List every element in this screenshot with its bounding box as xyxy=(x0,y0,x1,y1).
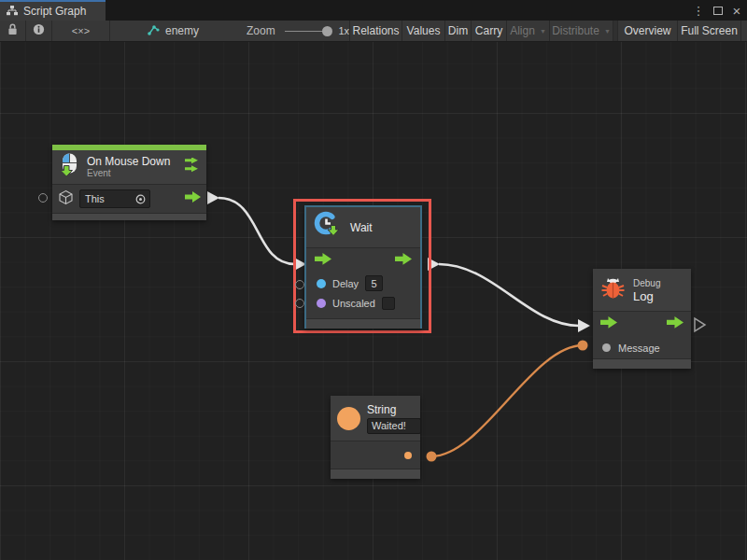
string-input[interactable]: Waited! xyxy=(367,418,421,434)
node-title: Log xyxy=(633,289,660,303)
target-field[interactable]: This xyxy=(79,189,150,208)
output-row xyxy=(331,441,420,469)
orange-circle-icon xyxy=(337,407,360,430)
node-header[interactable]: Wait xyxy=(306,207,420,247)
node-subtitle: Event xyxy=(87,168,170,179)
delay-row: Delay 5 xyxy=(306,273,420,293)
zoom-slider-handle[interactable] xyxy=(322,26,332,36)
node-footer xyxy=(593,358,691,369)
target-field-value: This xyxy=(85,193,105,204)
green-arrow-icon[interactable] xyxy=(600,316,617,333)
delay-in-port[interactable] xyxy=(295,280,304,289)
align-dropdown[interactable]: Align ▼ xyxy=(507,21,550,41)
gray-port-dot[interactable] xyxy=(602,343,611,352)
relations-button[interactable]: Relations xyxy=(349,21,402,41)
graph-icon xyxy=(147,24,160,38)
align-label: Align xyxy=(510,24,535,37)
target-row: This xyxy=(52,184,206,213)
clock-icon xyxy=(314,211,343,244)
code-angle-button[interactable]: <×> xyxy=(52,21,110,41)
graph-canvas[interactable]: On Mouse Down Event xyxy=(0,42,747,560)
node-on-mouse-down[interactable]: On Mouse Down Event xyxy=(52,145,206,220)
carry-button[interactable]: Carry xyxy=(472,21,507,41)
unscaled-in-port[interactable] xyxy=(295,299,304,308)
wire-mousedown-to-wait[interactable] xyxy=(218,198,295,264)
coroutine-arrows-icon xyxy=(185,158,199,177)
lock-icon xyxy=(7,23,18,38)
node-debug-log[interactable]: Debug Log Message xyxy=(593,269,691,369)
node-category: Debug xyxy=(633,277,660,289)
unscaled-checkbox[interactable] xyxy=(382,297,395,310)
unscaled-row: Unscaled xyxy=(306,293,420,313)
flow-row xyxy=(306,247,420,273)
node-footer xyxy=(306,318,420,329)
cube-icon xyxy=(58,189,74,209)
node-title: Wait xyxy=(350,221,373,234)
node-footer xyxy=(331,469,420,479)
value-out-port[interactable] xyxy=(427,452,437,462)
message-row: Message xyxy=(593,337,691,358)
window-menu-icon[interactable]: ⋮ xyxy=(691,0,706,21)
hierarchy-icon xyxy=(7,3,18,20)
node-header[interactable]: String Waited! xyxy=(331,396,420,441)
zoom-value: 1x xyxy=(338,25,349,36)
zoom-slider[interactable] xyxy=(285,31,331,32)
graph-name: enemy xyxy=(165,24,199,37)
zoom-control: Zoom 1x xyxy=(213,21,349,41)
node-header[interactable]: Debug Log xyxy=(593,269,691,311)
value-in-port[interactable] xyxy=(578,341,588,351)
node-title: String xyxy=(367,403,421,416)
string-out-dot[interactable] xyxy=(404,452,412,459)
flow-out-port[interactable] xyxy=(207,191,219,204)
maximize-icon[interactable] xyxy=(710,0,726,21)
green-arrow-icon[interactable] xyxy=(315,253,331,270)
distribute-label: Distribute xyxy=(552,24,599,37)
bug-icon xyxy=(600,276,626,304)
fullscreen-button[interactable]: Full Screen xyxy=(678,21,741,41)
message-label: Message xyxy=(618,343,660,354)
unscaled-label: Unscaled xyxy=(332,298,375,309)
purple-port-dot[interactable] xyxy=(317,299,326,308)
distribute-dropdown[interactable]: Distribute ▼ xyxy=(550,21,613,41)
chevron-down-icon: ▼ xyxy=(604,28,611,35)
script-graph-window: Script Graph ⋮ × <×> xyxy=(0,0,747,560)
node-title: On Mouse Down xyxy=(87,155,170,168)
titlebar: Script Graph ⋮ × xyxy=(0,0,747,21)
lock-button[interactable] xyxy=(0,21,26,41)
overview-button[interactable]: Overview xyxy=(618,21,678,41)
target-in-port[interactable] xyxy=(38,193,48,203)
values-button[interactable]: Values xyxy=(402,21,445,41)
wire-wait-to-log[interactable] xyxy=(439,264,579,326)
breadcrumb[interactable]: enemy xyxy=(110,21,213,41)
wire-arrowhead xyxy=(578,319,590,332)
wire-string-to-message[interactable] xyxy=(431,345,583,456)
node-header[interactable]: On Mouse Down Event xyxy=(52,150,206,184)
chevron-down-icon: ▼ xyxy=(540,28,546,35)
info-button[interactable] xyxy=(26,21,52,41)
delay-input[interactable]: 5 xyxy=(365,275,383,291)
green-arrow-icon[interactable] xyxy=(667,316,684,333)
blue-port-dot[interactable] xyxy=(317,279,326,288)
info-icon xyxy=(33,23,45,38)
green-arrow-icon[interactable] xyxy=(395,253,412,270)
toolbar: <×> enemy Zoom 1x Relations Values Dim C… xyxy=(0,21,747,42)
flow-out-port-empty[interactable] xyxy=(695,318,705,331)
node-wait[interactable]: Wait Delay 5 Unscaled xyxy=(304,205,422,329)
string-value: Waited! xyxy=(372,420,406,431)
mouse-icon xyxy=(60,153,79,181)
dim-button[interactable]: Dim xyxy=(445,21,472,41)
delay-label: Delay xyxy=(332,278,359,289)
delay-value: 5 xyxy=(372,278,377,289)
tab-title: Script Graph xyxy=(23,5,86,18)
tab-script-graph[interactable]: Script Graph xyxy=(0,0,106,21)
target-icon[interactable] xyxy=(135,194,146,204)
close-icon[interactable]: × xyxy=(728,0,745,21)
zoom-label: Zoom xyxy=(247,24,275,37)
green-arrow-icon xyxy=(185,190,201,207)
flow-row xyxy=(593,311,691,337)
node-string[interactable]: String Waited! xyxy=(331,396,420,479)
node-footer xyxy=(52,213,206,220)
